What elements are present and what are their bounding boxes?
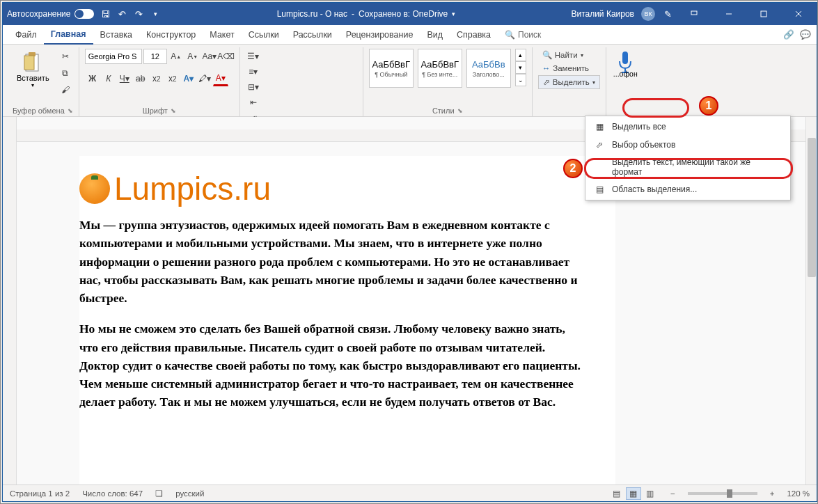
styles-up-icon[interactable]: ▴ (515, 49, 526, 61)
strike-icon[interactable]: ab (133, 71, 148, 86)
numbering-icon[interactable]: ≡▾ (246, 64, 261, 79)
undo-icon[interactable]: ↶ (116, 8, 127, 19)
ribbon-tabs: Файл Главная Вставка Конструктор Макет С… (3, 25, 817, 45)
tab-view[interactable]: Вид (420, 25, 450, 45)
clipboard-launcher-icon[interactable]: ⬊ (68, 107, 73, 114)
format-painter-icon[interactable]: 🖌 (58, 82, 73, 97)
document-page[interactable]: Lumpics.ru Мы — группа энтузиастов, одер… (79, 156, 615, 485)
share-icon[interactable]: 🔗 (783, 29, 794, 40)
menu-selection-pane[interactable]: ▤ Область выделения... (585, 180, 790, 198)
comments-icon[interactable]: 💬 (800, 29, 811, 40)
shrink-font-icon[interactable]: A▼ (185, 49, 200, 64)
scrollbar-thumb[interactable] (808, 138, 816, 277)
draw-mode-icon[interactable]: ✎ (662, 8, 673, 19)
styles-launcher-icon[interactable]: ⬊ (457, 107, 463, 114)
site-title: Lumpics.ru (114, 170, 271, 207)
decrease-indent-icon[interactable]: ⇤ (246, 95, 261, 110)
qat-dropdown-icon[interactable]: ▾ (150, 8, 161, 19)
group-styles-label: Стили (432, 107, 455, 115)
style-heading1[interactable]: АаБбВв Заголово... (466, 49, 511, 88)
font-name-input[interactable] (85, 49, 142, 64)
cursor-icon: ⬀ (594, 139, 605, 150)
zoom-handle[interactable] (727, 489, 732, 498)
group-clipboard-label: Буфер обмена (13, 107, 65, 115)
title-dropdown-icon[interactable]: ▾ (452, 10, 455, 17)
titlebar: Автосохранение 🖫 ↶ ↷ ▾ Lumpics.ru - О на… (3, 3, 817, 25)
select-button[interactable]: ⬀ Выделить ▾ (538, 75, 600, 89)
copy-icon[interactable]: ⧉ (58, 65, 73, 81)
group-editing: 🔍 Найти ▾ ↔ Заменить ⬀ Выделить ▾ (533, 47, 606, 116)
styles-down-icon[interactable]: ▾ (515, 61, 526, 74)
status-page[interactable]: Страница 1 из 2 (10, 489, 70, 498)
tab-insert[interactable]: Вставка (93, 25, 139, 45)
group-paragraph: ☰▾ ≡▾ ⊟▾ ⇤ ⇥ A↓ ¶ ≡ ≡ ≡ ≡ ‡▾ ▢▾ ▦▾ (240, 47, 363, 116)
saved-location: Сохранено в: OneDrive (359, 9, 448, 19)
cut-icon[interactable]: ✂ (58, 49, 73, 64)
grow-font-icon[interactable]: A▲ (168, 49, 184, 64)
zoom-slider[interactable] (688, 492, 757, 495)
ruler-vertical[interactable] (3, 117, 17, 485)
italic-icon[interactable]: К (101, 71, 116, 86)
svg-rect-0 (691, 11, 697, 15)
change-case-icon[interactable]: Aa▾ (202, 49, 217, 64)
text-effects-icon[interactable]: A▾ (181, 71, 196, 86)
clear-format-icon[interactable]: A⌫ (219, 49, 234, 64)
replace-button[interactable]: ↔ Заменить (538, 63, 600, 74)
tab-mailings[interactable]: Рассылки (286, 25, 339, 45)
font-launcher-icon[interactable]: ⬊ (171, 107, 176, 114)
style-preview: АаБбВвГ (420, 59, 459, 70)
tab-review[interactable]: Рецензирование (339, 25, 420, 45)
paste-button[interactable]: Вставить ▾ (13, 49, 54, 91)
avatar[interactable]: ВК (641, 7, 655, 21)
autosave-toggle[interactable]: Автосохранение (7, 9, 94, 19)
proofing-icon[interactable]: ❏ (155, 489, 163, 498)
view-read-icon[interactable]: ▤ (609, 487, 624, 500)
view-web-icon[interactable]: ▥ (643, 487, 658, 500)
highlight-icon[interactable]: 🖍▾ (197, 71, 212, 86)
group-font: A▲ A▼ Aa▾ A⌫ Ж К Ч▾ ab x2 x2 A▾ 🖍▾ A▾ Ш (79, 47, 240, 116)
paragraph-2: Но мы не сможем это сделать без Вашей об… (79, 320, 581, 411)
superscript-icon[interactable]: x2 (165, 71, 180, 86)
styles-more-icon[interactable]: ⌄ (515, 74, 526, 86)
bold-icon[interactable]: Ж (85, 71, 100, 86)
tab-help[interactable]: Справка (450, 25, 498, 45)
toggle-switch[interactable] (74, 9, 94, 19)
font-color-icon[interactable]: A▾ (213, 71, 228, 86)
annotation-callout-1: 1 (699, 96, 718, 116)
tab-layout[interactable]: Макет (203, 25, 241, 45)
style-nospacing[interactable]: АаБбВвГ ¶ Без инте... (418, 49, 462, 88)
style-normal[interactable]: АаБбВвГ ¶ Обычный (369, 49, 414, 88)
annotation-callout-2: 2 (563, 159, 583, 178)
style-name: ¶ Без инте... (422, 71, 457, 78)
multilevel-icon[interactable]: ⊟▾ (246, 79, 261, 95)
view-print-icon[interactable]: ▦ (626, 487, 641, 500)
underline-icon[interactable]: Ч▾ (117, 71, 132, 86)
status-language[interactable]: русский (175, 489, 204, 498)
zoom-in-icon[interactable]: + (770, 489, 775, 498)
menu-select-all[interactable]: ▦ Выделить все (585, 118, 790, 136)
tab-home[interactable]: Главная (44, 25, 93, 45)
save-icon[interactable]: 🖫 (100, 8, 111, 19)
minimize-button[interactable] (715, 3, 743, 25)
font-size-input[interactable] (143, 49, 167, 64)
find-button[interactable]: 🔍 Найти ▾ (538, 49, 600, 61)
scrollbar-vertical[interactable] (805, 117, 817, 485)
status-words[interactable]: Число слов: 647 (82, 489, 143, 498)
close-button[interactable] (785, 3, 812, 25)
style-preview: АаБбВв (472, 59, 505, 70)
subscript-icon[interactable]: x2 (149, 71, 164, 86)
tab-design[interactable]: Конструктор (139, 25, 203, 45)
ribbon-options-icon[interactable] (680, 3, 708, 25)
bullets-icon[interactable]: ☰▾ (246, 49, 261, 64)
menu-selection-pane-label: Область выделения... (612, 184, 697, 194)
tab-references[interactable]: Ссылки (242, 25, 286, 45)
zoom-level[interactable]: 120 % (787, 489, 810, 498)
menu-select-objects[interactable]: ⬀ Выбор объектов (585, 136, 790, 154)
styles-gallery-arrows[interactable]: ▴ ▾ ⌄ (515, 49, 526, 86)
zoom-out-icon[interactable]: − (670, 489, 675, 498)
user-name[interactable]: Виталий Каиров (571, 9, 634, 19)
search-box[interactable]: 🔍 Поиск (505, 30, 541, 40)
maximize-button[interactable] (750, 3, 778, 25)
tab-file[interactable]: Файл (8, 25, 44, 45)
redo-icon[interactable]: ↷ (133, 8, 144, 19)
